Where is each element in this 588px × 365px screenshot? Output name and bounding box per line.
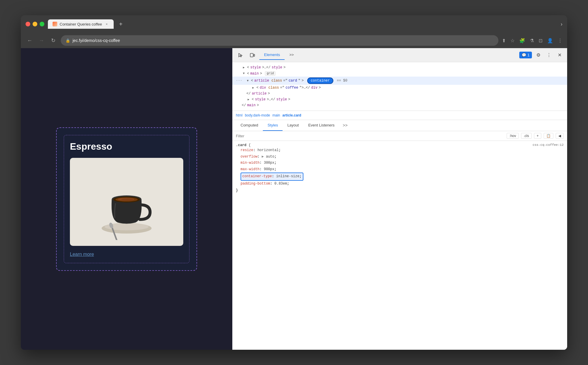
subtab-layout[interactable]: Layout [283, 120, 303, 131]
tab-close-button[interactable]: × [104, 22, 109, 26]
address-actions: ⬆ ☆ 🧩 ⚗ ⊡ 👤 ⋮ [502, 38, 562, 43]
devtools-panel: Elements >> 💬 1 ⚙ ⋮ ✕ [232, 48, 567, 350]
page-view: Espresso [21, 48, 232, 350]
tree-row-article-close[interactable]: </article> [232, 91, 567, 97]
tab-favicon [53, 22, 57, 26]
breadcrumb-html[interactable]: html [236, 113, 243, 117]
bookmark-icon[interactable]: ☆ [510, 38, 515, 43]
tree-toggle-article[interactable]: ▼ [246, 79, 250, 83]
breadcrumb-bar: html body.dark-mode main article.card [232, 111, 567, 120]
url-text: jec.fyi/demo/css-cq-coffee [73, 38, 120, 43]
cls-button[interactable]: .cls [521, 133, 532, 139]
url-bar[interactable]: 🔒 jec.fyi/demo/css-cq-coffee [61, 35, 498, 46]
tree-row-main[interactable]: ▼ <main> grid [232, 70, 567, 77]
lock-icon: 🔒 [65, 38, 70, 43]
console-icon: 💬 [522, 53, 526, 57]
new-tab-button[interactable]: + [116, 19, 125, 29]
console-badge[interactable]: 💬 1 [519, 52, 532, 58]
toggle-sidebar-button[interactable]: ◀ [556, 133, 564, 139]
prop-overflow: overflow: ▶ auto; [236, 154, 564, 160]
tree-toggle-coffee[interactable]: ▶ [251, 86, 255, 90]
subtab-event-listeners[interactable]: Event Listeners [303, 120, 339, 131]
prop-max-width: max-width: 900px; [236, 166, 564, 173]
prop-resize: resize: horizontal; [236, 147, 564, 154]
prop-min-width: min-width: 300px; [236, 160, 564, 166]
tab-bar: Container Queries coffee × + › [48, 19, 562, 29]
rule-open-brace: { [248, 143, 251, 147]
card-title: Espresso [70, 141, 183, 152]
copy-styles-button[interactable]: 📋 [544, 133, 553, 139]
dollar-zero: == $0 [337, 79, 347, 83]
devtools-header: Elements >> 💬 1 ⚙ ⋮ ✕ [232, 48, 567, 62]
tree-row-article[interactable]: ··· ▼ <article class="card"> container =… [232, 77, 567, 85]
subtab-styles[interactable]: Styles [263, 120, 283, 131]
tree-row-main-close[interactable]: </main> [232, 102, 567, 108]
content-area: Espresso [21, 48, 567, 350]
layout-icon[interactable]: ⊡ [539, 38, 542, 43]
filter-input[interactable] [236, 134, 504, 138]
svg-rect-10 [254, 54, 255, 56]
css-rule-card: css-cq-coffee:12 .card { resize: horizon… [236, 143, 564, 192]
learn-more-link[interactable]: Learn more [70, 252, 94, 257]
tree-row-style1[interactable]: ▶ <style>…</style> [232, 65, 567, 70]
rule-header: css-cq-coffee:12 .card { [236, 143, 564, 147]
address-bar: ← → ↻ 🔒 jec.fyi/demo/css-cq-coffee ⬆ ☆ 🧩… [21, 33, 567, 48]
rule-source[interactable]: css-cq-coffee:12 [532, 143, 564, 147]
tree-toggle-style2[interactable]: ▶ [246, 97, 251, 102]
breadcrumb-article[interactable]: article.card [283, 113, 301, 117]
rule-close-brace: } [236, 188, 564, 192]
traffic-lights [26, 22, 44, 26]
tree-row-div-coffee[interactable]: ▶ <div class="coffee">…</div> [232, 85, 567, 91]
filter-bar: :hov .cls + 📋 ◀ [232, 131, 567, 141]
share-icon[interactable]: ⬆ [502, 38, 506, 43]
rule-selector[interactable]: .card [236, 143, 246, 147]
close-devtools-icon[interactable]: ✕ [555, 51, 564, 59]
prop-padding-bottom: padding-bottom: 0.83em; [236, 181, 564, 187]
forward-button[interactable]: → [37, 36, 46, 45]
device-toggle-icon[interactable] [248, 50, 257, 60]
active-tab[interactable]: Container Queries coffee × [48, 19, 114, 29]
menu-icon[interactable]: ⋮ [558, 38, 562, 43]
tree-toggle[interactable]: ▶ [242, 65, 246, 70]
prop-container-type: container-type: inline-size; [236, 173, 564, 181]
experiments-icon[interactable]: ⚗ [530, 38, 534, 43]
browser-window: Container Queries coffee × + › ← → ↻ 🔒 j… [21, 15, 567, 350]
minimize-button[interactable] [33, 22, 37, 26]
profile-icon[interactable]: 👤 [547, 38, 553, 43]
devtools-header-actions: 💬 1 ⚙ ⋮ ✕ [519, 51, 564, 59]
devtools-tabs: Elements >> [259, 50, 517, 60]
filter-actions: :hov .cls + 📋 ◀ [507, 133, 564, 139]
grid-badge[interactable]: grid [265, 71, 275, 76]
elements-tree: ▶ <style>…</style> ▼ <main> grid ··· ▼ <… [232, 62, 567, 111]
subtab-more[interactable]: >> [339, 120, 351, 131]
back-button[interactable]: ← [26, 36, 34, 45]
add-style-button[interactable]: + [534, 133, 541, 139]
container-type-highlight: container-type: inline-size; [241, 173, 303, 181]
svg-point-8 [121, 198, 133, 201]
breadcrumb-body[interactable]: body.dark-mode [245, 113, 270, 117]
breadcrumb-main[interactable]: main [273, 113, 280, 117]
css-rules: css-cq-coffee:12 .card { resize: horizon… [232, 141, 567, 350]
tree-toggle-main[interactable]: ▼ [242, 72, 246, 76]
hov-button[interactable]: :hov [507, 133, 519, 139]
coffee-image [70, 158, 183, 246]
reload-button[interactable]: ↻ [49, 36, 57, 45]
tab-title: Container Queries coffee [60, 22, 102, 26]
tree-row-style2[interactable]: ▶ <style>…</style> [232, 97, 567, 102]
tab-elements[interactable]: Elements [259, 50, 285, 60]
settings-icon[interactable]: ⚙ [534, 51, 542, 59]
svg-rect-9 [250, 53, 253, 57]
coffee-cup-svg [94, 164, 159, 240]
close-button[interactable] [26, 22, 30, 26]
card-container: Espresso [56, 127, 197, 271]
tab-more[interactable]: >> [285, 50, 298, 60]
more-options-icon[interactable]: ⋮ [545, 51, 553, 59]
container-badge[interactable]: container [307, 77, 333, 84]
maximize-button[interactable] [40, 22, 44, 26]
extensions-icon[interactable]: 🧩 [519, 38, 525, 43]
tab-list-button[interactable]: › [561, 21, 562, 27]
title-bar: Container Queries coffee × + › [21, 15, 567, 33]
element-picker-icon[interactable] [236, 50, 245, 60]
badge-count: 1 [527, 53, 530, 57]
subtab-computed[interactable]: Computed [236, 120, 263, 131]
